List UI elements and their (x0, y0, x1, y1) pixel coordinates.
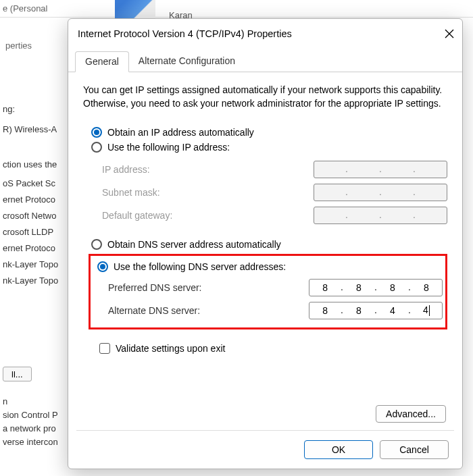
field-label: Subnet mask: (102, 187, 308, 198)
bg-list-item: oS Packet Sc (3, 176, 68, 192)
subnet-mask-input: ... (314, 184, 447, 201)
radio-label: Obtain DNS server address automatically (107, 239, 281, 250)
bg-list-item: nk-Layer Topo (3, 257, 68, 273)
bg-titlebar: e (Personal (0, 0, 473, 18)
dialog-buttons: OK Cancel (304, 440, 449, 459)
radio-icon (97, 261, 108, 272)
radio-use-dns-manual[interactable]: Use the following DNS server addresses: (97, 261, 443, 272)
bg-list-item: ernet Protoco (3, 240, 68, 257)
tab-general[interactable]: General (75, 51, 129, 72)
text-cursor (429, 305, 430, 316)
alternate-dns-input[interactable]: 8. 8. 4. 4 (309, 302, 443, 319)
field-ip-address: IP address: ... (102, 158, 447, 181)
cancel-button[interactable]: Cancel (380, 440, 449, 459)
radio-use-ip-manual[interactable]: Use the following IP address: (91, 142, 447, 153)
field-label: Alternate DNS server: (108, 305, 303, 316)
field-label: IP address: (102, 164, 308, 175)
default-gateway-input: ... (314, 207, 447, 224)
bg-connecting-label: ng: (3, 101, 68, 117)
bg-properties-label: perties (5, 41, 32, 51)
radio-icon (91, 142, 102, 153)
tab-strip: General Alternate Configuration (68, 51, 462, 72)
dns-highlight-annotation: Use the following DNS server addresses: … (89, 254, 447, 329)
radio-icon (91, 127, 102, 138)
field-label: Default gateway: (102, 210, 308, 221)
field-subnet-mask: Subnet mask: ... (102, 181, 447, 204)
bg-list-item: crosoft LLDP (3, 224, 68, 240)
tab-alternate-configuration[interactable]: Alternate Configuration (129, 51, 245, 72)
radio-label: Use the following DNS server addresses: (114, 261, 286, 272)
preferred-dns-input[interactable]: 8. 8. 8. 8 (309, 279, 443, 296)
bg-desc-line: n (3, 395, 58, 408)
radio-obtain-ip-auto[interactable]: Obtain an IP address automatically (91, 127, 447, 138)
ipv4-properties-dialog: Internet Protocol Version 4 (TCP/IPv4) P… (68, 18, 463, 469)
radio-icon (91, 239, 102, 250)
radio-obtain-dns-auto[interactable]: Obtain DNS server address automatically (91, 239, 447, 250)
bg-adapter-label: R) Wireless-A (3, 122, 68, 138)
bg-install-button[interactable]: ll... (3, 367, 32, 381)
description-text: You can get IP settings assigned automat… (83, 83, 447, 111)
ok-button[interactable]: OK (304, 440, 373, 459)
bg-list-heading: ction uses the (3, 157, 68, 173)
radio-label: Obtain an IP address automatically (107, 127, 254, 138)
dialog-titlebar: Internet Protocol Version 4 (TCP/IPv4) P… (68, 19, 462, 49)
close-button[interactable] (445, 29, 454, 38)
radio-label: Use the following IP address: (107, 142, 230, 153)
separator (76, 430, 454, 431)
advanced-button[interactable]: Advanced... (376, 405, 446, 423)
field-label: Preferred DNS server: (108, 282, 303, 293)
ip-address-input: ... (314, 161, 447, 178)
bg-list-item: ernet Protoco (3, 192, 68, 208)
field-default-gateway: Default gateway: ... (102, 204, 447, 227)
bg-desc-line: verse intercon (3, 435, 58, 449)
checkbox-icon (99, 343, 110, 354)
validate-settings-checkbox[interactable]: Validate settings upon exit (99, 343, 447, 354)
bg-list-item: nk-Layer Topo (3, 273, 68, 289)
bg-desc-line: a network pro (3, 422, 58, 435)
checkbox-label: Validate settings upon exit (116, 343, 225, 354)
bg-desc-line: sion Control P (3, 408, 58, 422)
field-preferred-dns: Preferred DNS server: 8. 8. 8. 8 (108, 276, 443, 299)
field-alternate-dns: Alternate DNS server: 8. 8. 4. 4 (108, 299, 443, 322)
bg-list-item: crosoft Netwo (3, 208, 68, 224)
dialog-title: Internet Protocol Version 4 (TCP/IPv4) P… (78, 28, 445, 39)
